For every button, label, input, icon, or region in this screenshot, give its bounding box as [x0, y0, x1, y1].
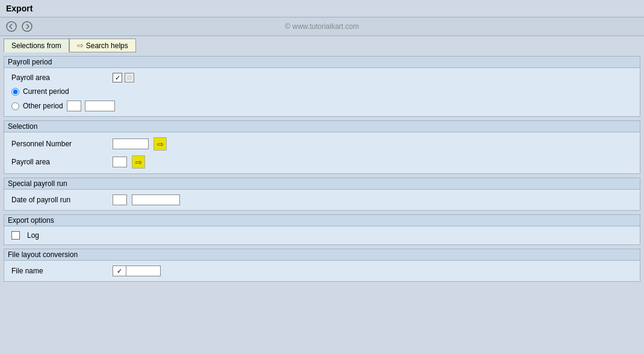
main-window: Export © www.tutorialkart.com Selections…	[0, 0, 644, 354]
payroll-area-checkbox-area: □	[113, 73, 134, 82]
current-period-row: Current period	[11, 87, 633, 96]
personnel-number-row: Personnel Number ⇨	[11, 137, 633, 151]
svg-point-1	[22, 22, 32, 31]
payroll-area-row: Payroll area □	[11, 73, 633, 82]
toolbar: © www.tutorialkart.com	[0, 17, 644, 36]
tab-bar: Selections from ⇨ Search helps	[0, 36, 644, 52]
log-row: Log	[11, 231, 633, 240]
selection-payroll-area-label: Payroll area	[11, 158, 108, 166]
log-checkbox[interactable]	[11, 231, 20, 240]
payroll-area-nav-icon: ⇨	[135, 158, 142, 167]
back-icon[interactable]	[5, 20, 18, 33]
selection-header: Selection	[4, 121, 640, 132]
file-checkmark-icon: ✓	[113, 266, 126, 276]
watermark: © www.tutorialkart.com	[285, 22, 359, 31]
file-name-input-wrap: ✓	[113, 266, 161, 276]
svg-point-0	[7, 22, 16, 31]
selection-payroll-area-input[interactable]	[113, 157, 127, 167]
other-period-label: Other period	[23, 102, 63, 110]
special-payroll-run-body: Date of payroll run	[4, 190, 640, 210]
file-name-label: File name	[11, 267, 108, 275]
forward-icon[interactable]	[20, 20, 34, 33]
export-options-header: Export options	[4, 215, 640, 226]
export-options-section: Export options Log	[4, 214, 640, 245]
personnel-number-nav-btn[interactable]: ⇨	[153, 137, 167, 151]
other-period-input1[interactable]	[67, 101, 81, 111]
special-payroll-run-section: Special payroll run Date of payroll run	[4, 178, 640, 211]
current-period-radio[interactable]	[11, 88, 19, 96]
personnel-number-input[interactable]	[113, 138, 149, 149]
file-layout-conversion-header: File layout conversion	[4, 249, 640, 261]
payroll-area-label: Payroll area	[11, 73, 108, 82]
date-of-payroll-run-label: Date of payroll run	[11, 196, 108, 204]
personnel-number-label: Personnel Number	[11, 140, 108, 148]
date-payroll-input2[interactable]	[132, 194, 180, 205]
date-payroll-input1[interactable]	[113, 194, 127, 205]
selection-payroll-area-row: Payroll area ⇨	[11, 155, 633, 169]
date-of-payroll-run-row: Date of payroll run	[11, 194, 633, 205]
file-name-input[interactable]	[126, 266, 161, 276]
current-period-label: Current period	[23, 87, 69, 96]
file-layout-conversion-section: File layout conversion File name ✓	[4, 249, 640, 282]
other-period-row: Other period	[11, 101, 633, 111]
selection-body: Personnel Number ⇨ Payroll area ⇨	[4, 132, 640, 173]
payroll-area-checkbox[interactable]	[113, 73, 122, 82]
file-layout-conversion-body: File name ✓	[4, 261, 640, 281]
payroll-period-body: Payroll area □ Current period Other peri…	[4, 68, 640, 116]
search-helps-label: Search helps	[86, 42, 128, 50]
personnel-number-nav-icon: ⇨	[157, 140, 164, 149]
special-payroll-run-header: Special payroll run	[4, 178, 640, 190]
payroll-area-nav-btn[interactable]: ⇨	[132, 155, 145, 169]
file-name-row: File name ✓	[11, 266, 633, 276]
payroll-period-section: Payroll period Payroll area □ Current pe…	[4, 56, 640, 117]
export-options-body: Log	[4, 226, 640, 244]
log-label: Log	[27, 231, 39, 240]
other-period-radio[interactable]	[11, 102, 19, 110]
payroll-area-checkbox2[interactable]: □	[125, 73, 134, 82]
window-title: Export	[6, 4, 33, 13]
main-content: Payroll period Payroll area □ Current pe…	[0, 52, 644, 354]
title-bar: Export	[0, 0, 644, 17]
search-tab-arrow-icon: ⇨	[77, 41, 84, 50]
other-period-input2[interactable]	[85, 101, 115, 111]
selections-from-tab[interactable]: Selections from	[4, 39, 69, 52]
selection-section: Selection Personnel Number ⇨ Payroll are…	[4, 120, 640, 174]
payroll-period-header: Payroll period	[4, 57, 640, 68]
selections-from-label: Selections from	[11, 42, 61, 50]
search-helps-tab[interactable]: ⇨ Search helps	[69, 39, 136, 52]
